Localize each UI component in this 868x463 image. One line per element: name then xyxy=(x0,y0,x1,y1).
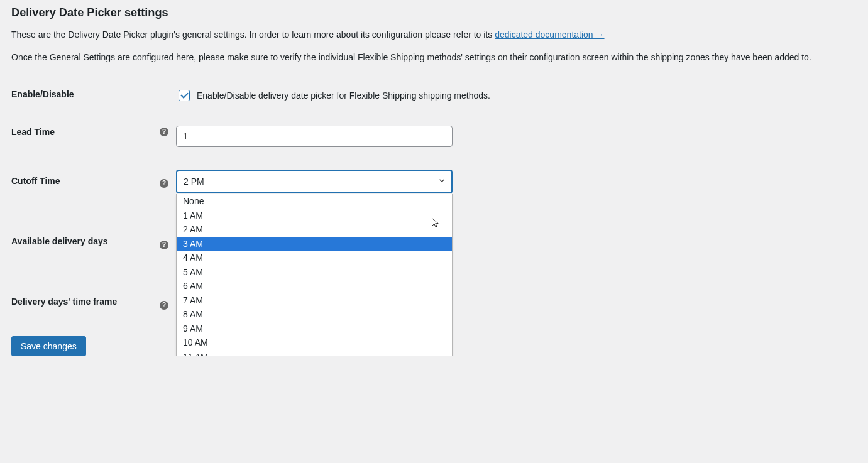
help-icon[interactable]: ? xyxy=(160,179,168,188)
label-cutoff-time: Cutoff Time xyxy=(11,158,160,205)
chevron-down-icon xyxy=(437,177,446,187)
cutoff-selected-value: 2 PM xyxy=(184,177,204,187)
settings-description-2: Once the General Settings are configured… xyxy=(11,51,857,65)
cutoff-option[interactable]: 11 AM xyxy=(177,350,452,357)
settings-description-1: These are the Delivery Date Picker plugi… xyxy=(11,28,857,42)
row-cutoff-time: Cutoff Time ? 2 PM None1 AM2 AM3 AM4 AM5… xyxy=(11,158,857,205)
cutoff-option[interactable]: 1 AM xyxy=(177,209,452,223)
enable-checkbox[interactable] xyxy=(179,90,190,101)
row-lead-time: Lead Time ? xyxy=(11,114,857,158)
cutoff-option[interactable]: 8 AM xyxy=(177,307,452,322)
help-icon[interactable]: ? xyxy=(160,128,168,136)
help-icon[interactable]: ? xyxy=(160,241,168,249)
cutoff-option[interactable]: None xyxy=(177,194,452,209)
cutoff-dropdown: None1 AM2 AM3 AM4 AM5 AM6 AM7 AM8 AM9 AM… xyxy=(176,194,453,356)
documentation-link[interactable]: dedicated documentation → xyxy=(495,30,604,40)
lead-time-input[interactable] xyxy=(176,126,453,147)
cutoff-option[interactable]: 7 AM xyxy=(177,293,452,308)
desc1-text: These are the Delivery Date Picker plugi… xyxy=(11,30,495,40)
cutoff-option[interactable]: 9 AM xyxy=(177,322,452,336)
cutoff-option[interactable]: 6 AM xyxy=(177,279,452,293)
label-available-days: Available delivery days xyxy=(11,205,160,278)
settings-form-table: Enable/Disable Enable/Disable delivery d… xyxy=(11,77,857,321)
label-lead-time: Lead Time xyxy=(11,114,160,158)
cutoff-option[interactable]: 3 AM xyxy=(177,237,452,251)
enable-checkbox-wrap[interactable]: Enable/Disable delivery date picker for … xyxy=(176,88,850,103)
save-button[interactable]: Save changes xyxy=(11,336,86,356)
cutoff-select[interactable]: 2 PM xyxy=(176,170,453,193)
cutoff-option[interactable]: 4 AM xyxy=(177,251,452,265)
row-enable-disable: Enable/Disable Enable/Disable delivery d… xyxy=(11,77,857,114)
label-time-frame: Delivery days' time frame xyxy=(11,278,160,321)
cutoff-dropdown-list[interactable]: None1 AM2 AM3 AM4 AM5 AM6 AM7 AM8 AM9 AM… xyxy=(177,194,452,356)
label-enable-disable: Enable/Disable xyxy=(11,77,160,114)
page-title: Delivery Date Picker settings xyxy=(11,6,857,19)
cutoff-option[interactable]: 5 AM xyxy=(177,265,452,280)
help-icon[interactable]: ? xyxy=(160,301,168,310)
cutoff-option[interactable]: 10 AM xyxy=(177,335,452,350)
cutoff-select-wrap: 2 PM None1 AM2 AM3 AM4 AM5 AM6 AM7 AM8 A… xyxy=(176,170,453,193)
cutoff-option[interactable]: 2 AM xyxy=(177,222,452,237)
enable-checkbox-label: Enable/Disable delivery date picker for … xyxy=(197,90,490,101)
